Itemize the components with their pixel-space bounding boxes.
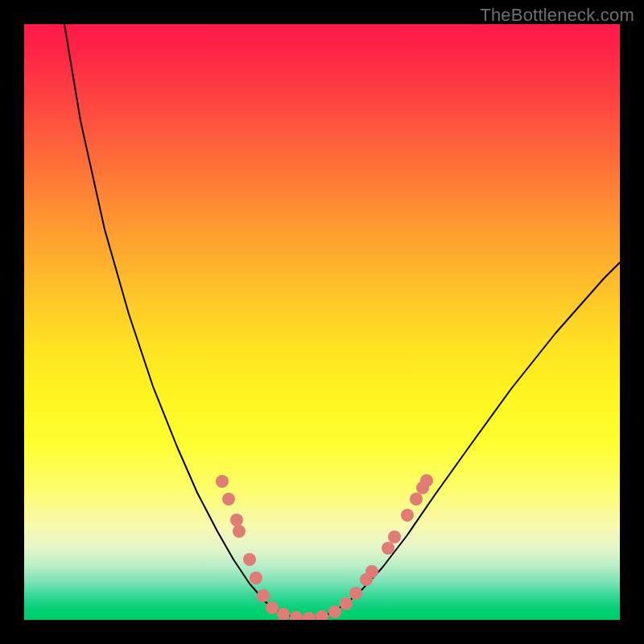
bead-marker [216, 475, 229, 488]
watermark-label: TheBottleneck.com [480, 5, 634, 26]
bead-marker [277, 608, 290, 620]
series-right-curve [330, 262, 620, 613]
bead-marker [382, 542, 394, 555]
bead-marker [410, 493, 423, 506]
bead-marker [328, 605, 341, 618]
bead-marker [266, 601, 279, 614]
bead-marker [250, 572, 262, 584]
curve-svg [24, 24, 620, 620]
bead-marker [243, 553, 256, 566]
bead-marker [230, 514, 243, 526]
bead-marker [420, 474, 433, 487]
plot-area [24, 24, 620, 620]
series-left-curve [64, 24, 282, 613]
marker-beads [216, 474, 433, 620]
bead-marker [233, 525, 246, 538]
bead-marker [388, 530, 401, 543]
bead-marker [222, 493, 235, 506]
bead-marker [257, 589, 270, 602]
bead-marker [401, 509, 414, 522]
bead-marker [316, 610, 328, 620]
bead-marker [340, 597, 353, 610]
bead-marker [349, 587, 362, 600]
bead-marker [365, 565, 378, 578]
bead-marker [290, 611, 303, 620]
bead-marker [303, 612, 316, 620]
chart-frame: TheBottleneck.com [0, 0, 644, 644]
bottleneck-curves [64, 24, 620, 618]
